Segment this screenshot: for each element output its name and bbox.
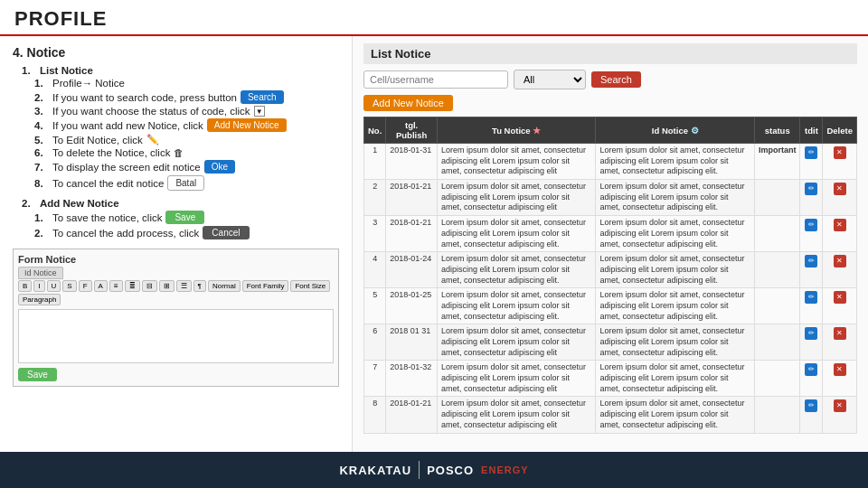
delete-icon[interactable]: ✕ bbox=[834, 363, 846, 376]
toolbar-normal[interactable]: Normal bbox=[208, 280, 241, 292]
toolbar-list-1[interactable]: ⊟ bbox=[142, 280, 157, 292]
cell-status: Important bbox=[754, 144, 800, 180]
toolbar-bold[interactable]: B bbox=[18, 280, 32, 292]
cell-delete[interactable]: ✕ bbox=[823, 288, 857, 324]
col-status: status bbox=[754, 117, 800, 144]
toolbar-paragraph[interactable]: ¶ bbox=[193, 280, 206, 292]
cell-status bbox=[754, 252, 800, 288]
toolbar-paragraph-label[interactable]: Paragraph bbox=[18, 294, 61, 305]
edit-icon[interactable]: ✏ bbox=[805, 327, 817, 340]
notice-table: No. tgl. Publish Tu Notice ★ Id Notice ⚙… bbox=[363, 117, 857, 434]
form-tab[interactable]: Id Notice bbox=[18, 268, 334, 277]
edit-icon[interactable]: ✏ bbox=[805, 399, 817, 412]
edit-icon[interactable]: ✏ bbox=[805, 291, 817, 304]
status-select[interactable]: All Important bbox=[514, 70, 586, 89]
cell-no: 8 bbox=[364, 397, 386, 433]
oke-button[interactable]: Oke bbox=[204, 160, 235, 174]
form-editor[interactable] bbox=[18, 309, 334, 363]
toolbar-font-color[interactable]: F bbox=[79, 280, 92, 292]
delete-icon[interactable]: ✕ bbox=[834, 219, 846, 231]
toolbar-align-left[interactable]: ≡ bbox=[109, 280, 123, 292]
cancel-item: 2. To cancel the add process, click Canc… bbox=[34, 226, 339, 239]
cell-tu-notice: Lorem ipsum dolor sit amet, consectetur … bbox=[437, 144, 596, 180]
toolbar-indent[interactable]: ☰ bbox=[176, 280, 192, 292]
toolbar-highlight[interactable]: A bbox=[94, 280, 108, 292]
cell-id-notice: Lorem ipsum dolor sit amet, consectetur … bbox=[596, 216, 755, 252]
col-no: No. bbox=[364, 117, 386, 144]
add-new-notice-button[interactable]: Add New Notice bbox=[363, 95, 453, 111]
section-title: 4. Notice bbox=[13, 45, 339, 60]
list-item-6: 6. To delete the Notice, click 🗑 bbox=[34, 147, 339, 158]
delete-icon[interactable]: ✕ bbox=[834, 327, 846, 340]
cell-tu-notice: Lorem ipsum dolor sit amet, consectetur … bbox=[437, 397, 596, 433]
cell-delete[interactable]: ✕ bbox=[823, 397, 857, 433]
cell-edit[interactable]: ✏ bbox=[800, 324, 823, 361]
add-notice-button[interactable]: Add New Notice bbox=[207, 118, 287, 132]
edit-icon[interactable]: ✏ bbox=[805, 363, 817, 376]
cell-delete[interactable]: ✕ bbox=[823, 144, 857, 180]
toolbar-underline[interactable]: U bbox=[47, 280, 61, 292]
edit-icon[interactable]: ✏ bbox=[805, 255, 817, 267]
cell-edit[interactable]: ✏ bbox=[800, 361, 823, 397]
cell-id-notice: Lorem ipsum dolor sit amet, consectetur … bbox=[596, 144, 755, 180]
table-header-row: No. tgl. Publish Tu Notice ★ Id Notice ⚙… bbox=[364, 117, 857, 144]
cell-delete[interactable]: ✕ bbox=[823, 180, 857, 216]
cell-no: 4 bbox=[364, 252, 386, 288]
cell-delete[interactable]: ✕ bbox=[823, 216, 857, 252]
delete-icon[interactable]: ✕ bbox=[834, 291, 846, 304]
cell-edit[interactable]: ✏ bbox=[800, 288, 823, 324]
cell-tu-notice: Lorem ipsum dolor sit amet, consectetur … bbox=[437, 288, 596, 324]
cell-tu-notice: Lorem ipsum dolor sit amet, consectetur … bbox=[437, 180, 596, 216]
toolbar-list-2[interactable]: ⊞ bbox=[159, 280, 175, 292]
toolbar-font-family[interactable]: Font Family bbox=[242, 280, 289, 292]
batal-button[interactable]: Batal bbox=[167, 175, 204, 191]
cell-edit[interactable]: ✏ bbox=[800, 144, 823, 180]
cell-id-notice: Lorem ipsum dolor sit amet, consectetur … bbox=[596, 252, 755, 288]
cell-edit[interactable]: ✏ bbox=[800, 252, 823, 288]
cancel-button[interactable]: Cancel bbox=[203, 226, 249, 239]
cell-edit[interactable]: ✏ bbox=[800, 180, 823, 216]
add-notice-title: 2. Add New Notice bbox=[22, 198, 339, 209]
cell-tu-notice: Lorem ipsum dolor sit amet, consectetur … bbox=[437, 252, 596, 288]
cell-status bbox=[754, 324, 800, 361]
cell-delete[interactable]: ✕ bbox=[823, 324, 857, 361]
item-text: To display the screen edit notice bbox=[52, 162, 201, 173]
cell-delete[interactable]: ✕ bbox=[823, 361, 857, 397]
list-notice-items: 1. List Notice 1. Profile→ Notice 2. If … bbox=[22, 65, 339, 191]
col-edit: tdit bbox=[800, 117, 823, 144]
cell-delete[interactable]: ✕ bbox=[823, 252, 857, 288]
cell-no: 5 bbox=[364, 288, 386, 324]
dropdown-icon[interactable]: ▼ bbox=[254, 106, 265, 117]
page-header: PROFILE bbox=[0, 0, 868, 36]
list-notice-section: 1. List Notice 1. Profile→ Notice 2. If … bbox=[13, 65, 339, 191]
toolbar-align-center[interactable]: ≣ bbox=[125, 280, 140, 292]
cell-no: 1 bbox=[364, 144, 386, 180]
posco-logo: POSCO bbox=[427, 464, 474, 477]
cell-date: 2018-01-25 bbox=[386, 288, 438, 324]
form-save-button[interactable]: Save bbox=[18, 368, 57, 381]
search-input[interactable] bbox=[363, 70, 508, 89]
table-row: 6 2018 01 31 Lorem ipsum dolor sit amet,… bbox=[364, 324, 857, 361]
cell-id-notice: Lorem ipsum dolor sit amet, consectetur … bbox=[596, 180, 755, 216]
delete-icon[interactable]: ✕ bbox=[834, 183, 846, 195]
cell-edit[interactable]: ✏ bbox=[800, 216, 823, 252]
delete-icon[interactable]: ✕ bbox=[834, 399, 846, 412]
search-button-right[interactable]: Search bbox=[591, 71, 641, 88]
list-item-5: 5. To Edit Notice, click ✏️ bbox=[34, 134, 339, 145]
save-button[interactable]: Save bbox=[165, 211, 204, 224]
item-text: To Edit Notice, click bbox=[52, 135, 143, 145]
table-row: 1 2018-01-31 Lorem ipsum dolor sit amet,… bbox=[364, 144, 857, 180]
edit-icon[interactable]: ✏ bbox=[805, 146, 817, 159]
delete-icon[interactable]: ✕ bbox=[834, 146, 846, 159]
toolbar-italic[interactable]: I bbox=[33, 280, 44, 292]
form-notice-title: Form Notice bbox=[18, 254, 334, 265]
delete-icon[interactable]: ✕ bbox=[834, 255, 846, 267]
edit-icon[interactable]: ✏ bbox=[805, 183, 817, 195]
toolbar-font-size[interactable]: Font Size bbox=[290, 280, 330, 292]
search-button[interactable]: Search bbox=[241, 90, 284, 104]
cell-edit[interactable]: ✏ bbox=[800, 397, 823, 433]
left-panel: 4. Notice 1. List Notice 1. Profile→ Not… bbox=[0, 36, 353, 452]
edit-icon[interactable]: ✏ bbox=[805, 219, 817, 231]
toolbar-strikethrough[interactable]: S bbox=[62, 280, 76, 292]
cell-tu-notice: Lorem ipsum dolor sit amet, consectetur … bbox=[437, 324, 596, 361]
